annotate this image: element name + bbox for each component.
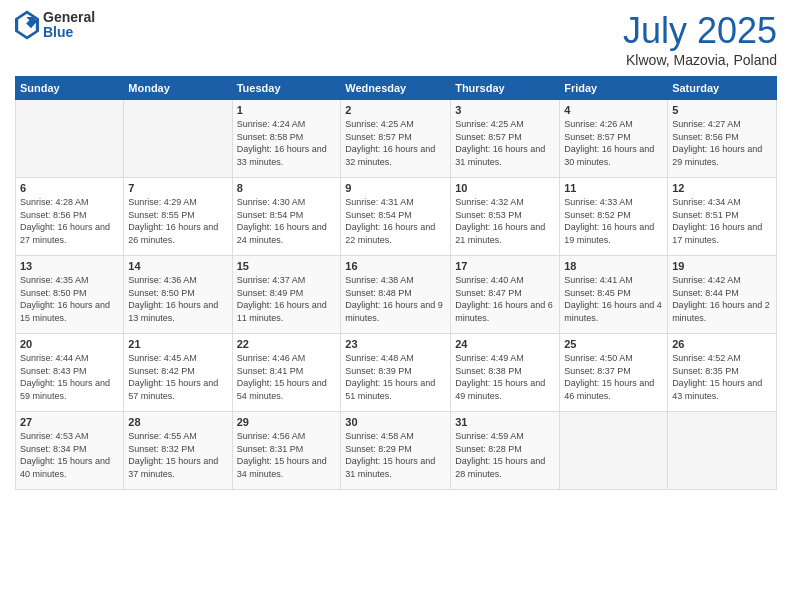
col-thursday: Thursday [451,77,560,100]
title-section: July 2025 Klwow, Mazovia, Poland [623,10,777,68]
day-number: 15 [237,260,337,272]
calendar-cell: 19Sunrise: 4:42 AMSunset: 8:44 PMDayligh… [668,256,777,334]
calendar-cell: 10Sunrise: 4:32 AMSunset: 8:53 PMDayligh… [451,178,560,256]
day-number: 26 [672,338,772,350]
day-number: 4 [564,104,663,116]
day-number: 23 [345,338,446,350]
logo-text: General Blue [43,10,95,41]
page: General Blue July 2025 Klwow, Mazovia, P… [0,0,792,612]
day-info: Sunrise: 4:38 AMSunset: 8:48 PMDaylight:… [345,274,446,324]
calendar-header: Sunday Monday Tuesday Wednesday Thursday… [16,77,777,100]
calendar-cell [560,412,668,490]
day-number: 5 [672,104,772,116]
calendar-cell: 3Sunrise: 4:25 AMSunset: 8:57 PMDaylight… [451,100,560,178]
day-info: Sunrise: 4:42 AMSunset: 8:44 PMDaylight:… [672,274,772,324]
day-info: Sunrise: 4:49 AMSunset: 8:38 PMDaylight:… [455,352,555,402]
day-number: 1 [237,104,337,116]
day-info: Sunrise: 4:37 AMSunset: 8:49 PMDaylight:… [237,274,337,324]
calendar-cell: 29Sunrise: 4:56 AMSunset: 8:31 PMDayligh… [232,412,341,490]
calendar-cell: 26Sunrise: 4:52 AMSunset: 8:35 PMDayligh… [668,334,777,412]
logo: General Blue [15,10,95,41]
day-number: 30 [345,416,446,428]
day-info: Sunrise: 4:50 AMSunset: 8:37 PMDaylight:… [564,352,663,402]
calendar-cell: 20Sunrise: 4:44 AMSunset: 8:43 PMDayligh… [16,334,124,412]
calendar-cell: 4Sunrise: 4:26 AMSunset: 8:57 PMDaylight… [560,100,668,178]
col-friday: Friday [560,77,668,100]
week-row-5: 27Sunrise: 4:53 AMSunset: 8:34 PMDayligh… [16,412,777,490]
day-number: 20 [20,338,119,350]
calendar-cell: 5Sunrise: 4:27 AMSunset: 8:56 PMDaylight… [668,100,777,178]
calendar-cell: 31Sunrise: 4:59 AMSunset: 8:28 PMDayligh… [451,412,560,490]
day-info: Sunrise: 4:40 AMSunset: 8:47 PMDaylight:… [455,274,555,324]
location: Klwow, Mazovia, Poland [623,52,777,68]
calendar-cell: 16Sunrise: 4:38 AMSunset: 8:48 PMDayligh… [341,256,451,334]
calendar-cell [16,100,124,178]
day-number: 27 [20,416,119,428]
day-number: 18 [564,260,663,272]
day-info: Sunrise: 4:35 AMSunset: 8:50 PMDaylight:… [20,274,119,324]
day-number: 12 [672,182,772,194]
calendar-cell: 12Sunrise: 4:34 AMSunset: 8:51 PMDayligh… [668,178,777,256]
calendar-cell: 17Sunrise: 4:40 AMSunset: 8:47 PMDayligh… [451,256,560,334]
day-number: 13 [20,260,119,272]
day-info: Sunrise: 4:55 AMSunset: 8:32 PMDaylight:… [128,430,227,480]
day-number: 10 [455,182,555,194]
day-number: 9 [345,182,446,194]
day-number: 29 [237,416,337,428]
calendar-cell: 23Sunrise: 4:48 AMSunset: 8:39 PMDayligh… [341,334,451,412]
day-info: Sunrise: 4:36 AMSunset: 8:50 PMDaylight:… [128,274,227,324]
calendar-cell [668,412,777,490]
day-info: Sunrise: 4:30 AMSunset: 8:54 PMDaylight:… [237,196,337,246]
col-monday: Monday [124,77,232,100]
calendar-cell: 25Sunrise: 4:50 AMSunset: 8:37 PMDayligh… [560,334,668,412]
day-info: Sunrise: 4:27 AMSunset: 8:56 PMDaylight:… [672,118,772,168]
day-number: 6 [20,182,119,194]
day-info: Sunrise: 4:53 AMSunset: 8:34 PMDaylight:… [20,430,119,480]
day-info: Sunrise: 4:46 AMSunset: 8:41 PMDaylight:… [237,352,337,402]
calendar-cell: 24Sunrise: 4:49 AMSunset: 8:38 PMDayligh… [451,334,560,412]
day-number: 22 [237,338,337,350]
calendar-cell: 6Sunrise: 4:28 AMSunset: 8:56 PMDaylight… [16,178,124,256]
calendar-cell: 30Sunrise: 4:58 AMSunset: 8:29 PMDayligh… [341,412,451,490]
day-number: 7 [128,182,227,194]
calendar-cell: 27Sunrise: 4:53 AMSunset: 8:34 PMDayligh… [16,412,124,490]
day-info: Sunrise: 4:45 AMSunset: 8:42 PMDaylight:… [128,352,227,402]
calendar-cell: 18Sunrise: 4:41 AMSunset: 8:45 PMDayligh… [560,256,668,334]
day-info: Sunrise: 4:56 AMSunset: 8:31 PMDaylight:… [237,430,337,480]
day-number: 21 [128,338,227,350]
calendar-cell: 11Sunrise: 4:33 AMSunset: 8:52 PMDayligh… [560,178,668,256]
day-number: 14 [128,260,227,272]
col-wednesday: Wednesday [341,77,451,100]
day-info: Sunrise: 4:31 AMSunset: 8:54 PMDaylight:… [345,196,446,246]
day-info: Sunrise: 4:52 AMSunset: 8:35 PMDaylight:… [672,352,772,402]
day-info: Sunrise: 4:34 AMSunset: 8:51 PMDaylight:… [672,196,772,246]
day-number: 2 [345,104,446,116]
calendar-cell: 1Sunrise: 4:24 AMSunset: 8:58 PMDaylight… [232,100,341,178]
logo-icon [15,10,39,40]
calendar-cell: 13Sunrise: 4:35 AMSunset: 8:50 PMDayligh… [16,256,124,334]
col-tuesday: Tuesday [232,77,341,100]
day-number: 11 [564,182,663,194]
calendar-cell: 21Sunrise: 4:45 AMSunset: 8:42 PMDayligh… [124,334,232,412]
header-row: Sunday Monday Tuesday Wednesday Thursday… [16,77,777,100]
calendar: Sunday Monday Tuesday Wednesday Thursday… [15,76,777,490]
day-info: Sunrise: 4:24 AMSunset: 8:58 PMDaylight:… [237,118,337,168]
day-info: Sunrise: 4:48 AMSunset: 8:39 PMDaylight:… [345,352,446,402]
day-info: Sunrise: 4:58 AMSunset: 8:29 PMDaylight:… [345,430,446,480]
header: General Blue July 2025 Klwow, Mazovia, P… [15,10,777,68]
day-info: Sunrise: 4:28 AMSunset: 8:56 PMDaylight:… [20,196,119,246]
week-row-3: 13Sunrise: 4:35 AMSunset: 8:50 PMDayligh… [16,256,777,334]
day-number: 19 [672,260,772,272]
calendar-cell: 15Sunrise: 4:37 AMSunset: 8:49 PMDayligh… [232,256,341,334]
day-number: 17 [455,260,555,272]
col-saturday: Saturday [668,77,777,100]
day-info: Sunrise: 4:25 AMSunset: 8:57 PMDaylight:… [455,118,555,168]
calendar-cell: 14Sunrise: 4:36 AMSunset: 8:50 PMDayligh… [124,256,232,334]
calendar-cell: 22Sunrise: 4:46 AMSunset: 8:41 PMDayligh… [232,334,341,412]
calendar-cell: 8Sunrise: 4:30 AMSunset: 8:54 PMDaylight… [232,178,341,256]
day-number: 28 [128,416,227,428]
day-number: 16 [345,260,446,272]
calendar-cell [124,100,232,178]
day-info: Sunrise: 4:29 AMSunset: 8:55 PMDaylight:… [128,196,227,246]
logo-blue-text: Blue [43,25,95,40]
